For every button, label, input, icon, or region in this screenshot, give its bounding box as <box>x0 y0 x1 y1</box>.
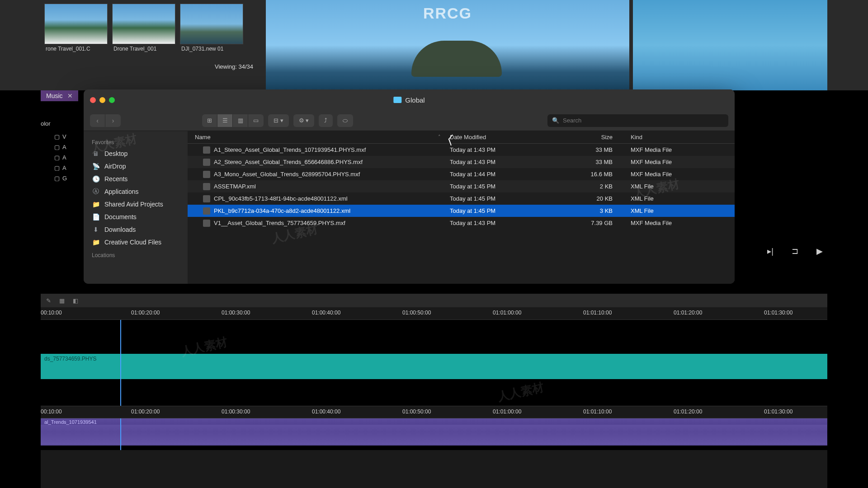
source-viewer[interactable]: RRCG <box>266 0 629 90</box>
file-kind: MXF Media File <box>626 159 735 165</box>
file-row[interactable]: PKL_b9c7712a-034a-470c-a8d2-acde48001122… <box>188 205 735 217</box>
forward-button[interactable]: › <box>105 114 121 127</box>
file-kind: XML File <box>626 183 735 190</box>
finder-window: Global ‹ › ⊞ ☰ ▥ ▭ ⊟ ▾ ⚙ ▾ ⤴ ⬭ 🔍 Favorit… <box>84 89 735 284</box>
bin-thumb-2[interactable]: Drone Travel_001 <box>112 4 175 44</box>
favorites-header: Favorites <box>84 137 188 147</box>
ruler-tick: 01:00:40:00 <box>312 310 340 316</box>
bin-thumbnails: rone Travel_001.C Drone Travel_001 DJI_0… <box>44 4 259 44</box>
size-column-header[interactable]: Size <box>563 134 626 141</box>
file-date: Today at 1:45 PM <box>450 207 563 214</box>
timeline: ✎ ▦ ◧ 00:10:0001:00:20:0001:00:30:0001:0… <box>41 294 827 488</box>
thumb-label: rone Travel_001.C <box>46 46 107 52</box>
file-size: 33 MB <box>563 159 626 165</box>
sidebar-item-recents[interactable]: 🕓Recents <box>84 173 188 185</box>
sidebar-item-shared-avid-projects[interactable]: 📁Shared Avid Projects <box>84 198 188 211</box>
date-column-header[interactable]: Date Modified <box>450 134 563 141</box>
timeline-ruler-bottom[interactable]: 00:10:0001:00:20:0001:00:30:0001:00:40:0… <box>41 406 827 418</box>
playhead[interactable] <box>120 418 121 450</box>
sidebar-item-label: Creative Cloud Files <box>104 239 161 246</box>
mark-clip-button[interactable]: ⊐ <box>792 246 798 256</box>
mouse-cursor <box>449 136 456 145</box>
video-track[interactable]: ds_757734659.PHYS <box>41 320 827 406</box>
sidebar-item-label: Documents <box>104 213 137 221</box>
sidebar-item-desktop[interactable]: 🖥Desktop <box>84 147 188 160</box>
file-date: Today at 1:45 PM <box>450 195 563 202</box>
audio-track[interactable]: al_Trends_1071939541 <box>41 418 827 450</box>
transport-controls: ▸| ⊐ ▶ <box>767 246 823 256</box>
sidebar-item-icon: ⬇ <box>92 225 100 234</box>
file-size: 2 KB <box>563 183 626 190</box>
playhead[interactable] <box>120 320 121 406</box>
file-icon <box>203 146 210 154</box>
column-headers: Name˄ Date Modified Size Kind <box>188 131 735 144</box>
video-clip[interactable]: ds_757734659.PHYS <box>41 354 827 379</box>
minimize-window-button[interactable] <box>99 97 105 103</box>
action-button[interactable]: ⚙ ▾ <box>293 114 315 127</box>
mark-in-button[interactable]: ▸| <box>767 246 774 256</box>
bin-thumb-3[interactable]: DJI_0731.new 01 <box>180 4 243 44</box>
record-viewer[interactable] <box>633 0 827 90</box>
sidebar-item-applications[interactable]: ⒶApplications <box>84 185 188 198</box>
sidebar-item-icon: 🖥 <box>92 150 100 158</box>
file-row[interactable]: V1__Asset_Global_Trends_757734659.PHYS.m… <box>188 217 735 229</box>
tool-icon[interactable]: ✎ <box>46 297 51 304</box>
share-button[interactable]: ⤴ <box>319 114 333 127</box>
ruler-tick: 01:01:00:00 <box>493 310 521 316</box>
timeline-ruler-top[interactable]: 00:10:0001:00:20:0001:00:30:0001:00:40:0… <box>41 307 827 320</box>
file-icon <box>203 159 210 166</box>
music-tab[interactable]: Music ✕ <box>41 90 78 101</box>
file-icon <box>203 183 210 190</box>
column-view-button[interactable]: ▥ <box>233 114 248 127</box>
file-kind: MXF Media File <box>626 220 735 226</box>
sidebar-item-downloads[interactable]: ⬇Downloads <box>84 223 188 236</box>
play-button[interactable]: ▶ <box>816 246 823 256</box>
sidebar-item-creative-cloud-files[interactable]: 📁Creative Cloud Files <box>84 236 188 249</box>
thumb-label: Drone Travel_001 <box>113 46 175 52</box>
ruler-tick: 01:01:10:00 <box>583 408 612 415</box>
file-size: 3 KB <box>563 207 626 214</box>
tags-button[interactable]: ⬭ <box>337 114 353 127</box>
file-row[interactable]: A3_Mono_Asset_Global_Trends_628995704.PH… <box>188 168 735 180</box>
icon-view-button[interactable]: ⊞ <box>202 114 217 127</box>
search-input[interactable] <box>563 117 724 124</box>
file-name: CPL_90c43fb5-1713-48f1-94bc-acde48001122… <box>214 195 348 202</box>
kind-column-header[interactable]: Kind <box>626 134 735 141</box>
finder-titlebar[interactable]: Global <box>84 89 735 110</box>
tool-icon[interactable]: ◧ <box>73 297 78 304</box>
watermark-text: RRCG <box>423 5 472 22</box>
nav-buttons: ‹ › <box>90 114 121 127</box>
close-window-button[interactable] <box>90 97 96 103</box>
zoom-window-button[interactable] <box>109 97 115 103</box>
file-row[interactable]: ASSETMAP.xmlToday at 1:45 PM2 KBXML File <box>188 180 735 192</box>
tool-icon[interactable]: ▦ <box>59 297 65 304</box>
ruler-tick: 01:01:30:00 <box>764 310 793 316</box>
sidebar-item-icon: 📄 <box>92 213 100 221</box>
bin-thumb-1[interactable]: rone Travel_001.C <box>44 4 108 44</box>
ruler-tick: 00:10:00 <box>41 408 62 415</box>
sidebar-item-icon: 📁 <box>92 238 100 246</box>
title-text: Global <box>405 96 425 104</box>
back-button[interactable]: ‹ <box>90 114 105 127</box>
file-row[interactable]: CPL_90c43fb5-1713-48f1-94bc-acde48001122… <box>188 192 735 205</box>
audio-clip[interactable]: al_Trends_1071939541 <box>41 418 827 446</box>
close-icon[interactable]: ✕ <box>67 92 73 99</box>
ruler-tick: 01:00:20:00 <box>131 310 160 316</box>
sidebar-item-label: AirDrop <box>104 163 126 170</box>
gallery-view-button[interactable]: ▭ <box>248 114 264 127</box>
search-box[interactable]: 🔍 <box>547 114 728 127</box>
name-column-header[interactable]: Name˄ <box>188 134 450 141</box>
file-size: 20 KB <box>563 195 626 202</box>
file-kind: XML File <box>626 207 735 214</box>
file-kind: MXF Media File <box>626 171 735 178</box>
sidebar-item-documents[interactable]: 📄Documents <box>84 211 188 223</box>
file-icon <box>203 195 210 202</box>
list-view-button[interactable]: ☰ <box>217 114 233 127</box>
file-row[interactable]: A2_Stereo_Asset_Global_Trends_656646886.… <box>188 156 735 168</box>
arrange-button[interactable]: ⊟ ▾ <box>268 114 289 127</box>
sidebar-item-airdrop[interactable]: 📡AirDrop <box>84 160 188 173</box>
file-name: A3_Mono_Asset_Global_Trends_628995704.PH… <box>214 171 360 178</box>
file-row[interactable]: A1_Stereo_Asset_Global_Trends_1071939541… <box>188 144 735 156</box>
sort-arrow-icon: ˄ <box>438 134 441 140</box>
sidebar-item-label: Downloads <box>104 226 136 233</box>
